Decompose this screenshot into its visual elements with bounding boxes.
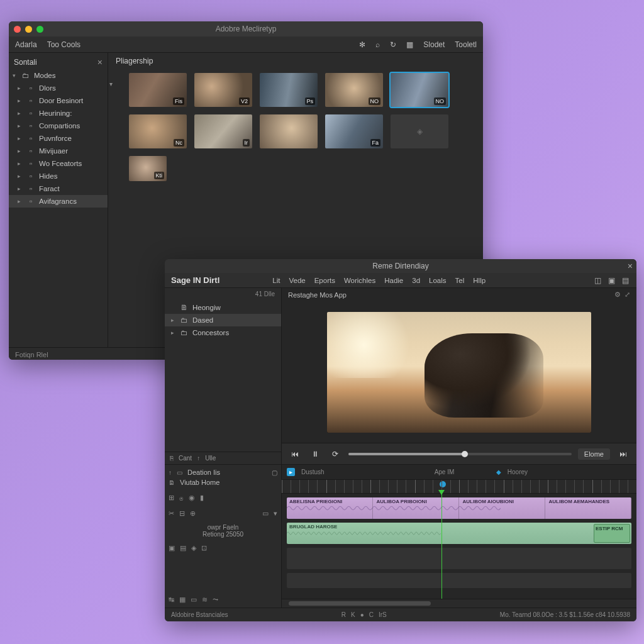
disclosure-triangle-icon[interactable]: ▾ — [13, 72, 18, 79]
close-sidebar-icon[interactable]: × — [97, 57, 103, 67]
sidebar-item-8[interactable]: ▸▫Faract — [9, 182, 108, 195]
video-track-1[interactable]: ABELISNA PRIEGIONI AULIBOA PRIBOIONI AUL… — [287, 497, 631, 519]
titlebar[interactable]: Reme Dirtendiay × — [165, 259, 636, 273]
menu-3d[interactable]: 3d — [412, 277, 420, 284]
playhead-marker-icon[interactable] — [440, 481, 446, 487]
media-thumbnail-4[interactable]: NO — [391, 73, 448, 107]
maximize-window-button[interactable] — [36, 26, 43, 33]
media-thumbnail-6[interactable]: Ir — [194, 114, 252, 148]
settings-icon[interactable]: ⚙ — [614, 291, 621, 299]
menu-lit[interactable]: Lit — [272, 277, 280, 284]
timeline-scrollbar[interactable] — [282, 599, 636, 608]
sidebar-item-3[interactable]: ▸▫Compartions — [9, 119, 108, 132]
sidebar-item-6[interactable]: ▸▫Wo Fceatorts — [9, 157, 108, 170]
btm-icon-1[interactable]: ↹ — [169, 596, 174, 604]
tool-icon-3[interactable]: ◈ — [191, 544, 196, 552]
menu-tel[interactable]: Tel — [455, 277, 465, 284]
tree-root[interactable]: ▾ 🗀 Modes — [9, 69, 108, 82]
toggle-icon[interactable]: ⊞ — [169, 494, 174, 502]
play-pause-button[interactable]: ⏸ — [308, 447, 322, 461]
arrow-up-icon[interactable]: ↑ — [169, 469, 172, 476]
bl-label-2[interactable]: Viutab Home — [180, 479, 219, 486]
tool-icon-1[interactable]: ▣ — [169, 544, 175, 552]
scrub-bar[interactable] — [348, 453, 572, 455]
media-thumbnail-0[interactable]: Fis — [129, 73, 187, 107]
close-window-button[interactable] — [14, 26, 21, 33]
fx-icon[interactable]: ✂ — [169, 509, 174, 518]
status-button-2[interactable]: ● — [360, 611, 364, 618]
time-ruler[interactable] — [282, 480, 636, 494]
tl-marker-2-icon[interactable]: ◆ — [496, 469, 501, 475]
disclosure-triangle-icon[interactable]: ▸ — [18, 135, 23, 142]
left-bottom-a[interactable]: Cant — [179, 455, 192, 462]
media-thumbnail-3[interactable]: NO — [325, 73, 383, 107]
tl-marker-icon[interactable]: ▸ — [287, 468, 295, 476]
empty-track-1[interactable] — [287, 548, 631, 569]
menu-worichles[interactable]: Worichles — [344, 277, 375, 284]
project-item-1[interactable]: ▸🗀Dased — [165, 314, 281, 326]
disclosure-triangle-icon[interactable]: ▸ — [18, 97, 23, 104]
media-thumbnail-8[interactable]: Fa — [325, 114, 383, 148]
menu-eports[interactable]: Eports — [314, 277, 335, 284]
audio-track-1[interactable]: BRUGLAD HAROSE ESTIP RCM — [287, 523, 631, 544]
export-button[interactable]: Elome — [578, 448, 610, 460]
refresh-icon[interactable]: ↻ — [390, 40, 396, 49]
btm-icon-4[interactable]: ≋ — [202, 596, 208, 604]
tool-icon-2[interactable]: ▤ — [180, 544, 186, 552]
zoom-icon[interactable]: ⊕ — [190, 509, 196, 518]
tl-label-3[interactable]: Hoorey — [508, 469, 528, 475]
disclosure-triangle-icon[interactable]: ▸ — [18, 160, 23, 167]
search-icon[interactable]: ⌕ — [375, 40, 380, 49]
toolbar-tab-2[interactable]: Too Cools — [47, 40, 80, 49]
disclosure-triangle-icon[interactable]: ▸ — [18, 85, 23, 91]
snap-icon[interactable]: ⊟ — [179, 509, 185, 518]
disclosure-triangle-icon[interactable]: ▸ — [18, 198, 23, 204]
collapse-thumbs-icon[interactable]: ▾ — [108, 69, 114, 185]
skip-forward-button[interactable]: ⏭ — [616, 447, 630, 461]
track-toggle-icon[interactable]: ▭ — [262, 509, 269, 518]
disclosure-triangle-icon[interactable]: ▸ — [171, 330, 176, 336]
up-arrow-icon[interactable]: ↑ — [197, 455, 200, 462]
layout-icon[interactable]: ▣ — [606, 275, 616, 286]
titlebar[interactable]: Adobre Mecliretyp — [9, 21, 483, 36]
minimize-window-button[interactable] — [25, 26, 32, 33]
home-icon[interactable]: 🗎 — [169, 479, 175, 486]
gear-icon[interactable]: ✻ — [359, 40, 365, 49]
media-thumbnail-1[interactable]: V2 — [194, 73, 252, 107]
audio-clip-segment[interactable]: ESTIP RCM — [594, 524, 630, 543]
tl-label-2[interactable]: Ape IM — [435, 469, 455, 475]
status-button-4[interactable]: IrS — [379, 611, 387, 618]
status-button-0[interactable]: R — [341, 611, 346, 618]
disclosure-triangle-icon[interactable]: ▸ — [18, 148, 23, 154]
menu-vede[interactable]: Vede — [289, 277, 305, 284]
skip-back-button[interactable]: ⏮ — [288, 447, 302, 461]
scrollbar-thumb[interactable] — [289, 601, 431, 606]
grid-icon[interactable]: ▦ — [406, 40, 413, 49]
settings-icon[interactable]: ▤ — [620, 275, 630, 286]
panel-menu-icon[interactable]: ▢ — [272, 469, 277, 476]
scrub-knob[interactable] — [462, 451, 468, 457]
btm-icon-5[interactable]: ⤳ — [213, 596, 218, 604]
track-settings-icon[interactable]: ▾ — [274, 509, 277, 518]
left-bottom-b[interactable]: Ulle — [205, 455, 216, 462]
disclosure-triangle-icon[interactable]: ▸ — [18, 173, 23, 179]
project-item-0[interactable]: 🗎Heongiw — [165, 301, 281, 314]
tl-label-1[interactable]: Dustush — [301, 469, 325, 475]
media-thumbnail-9[interactable]: ◈ — [391, 114, 448, 148]
loop-button[interactable]: ⟳ — [328, 447, 342, 461]
sidebar-item-1[interactable]: ▸▫Door Besinort — [9, 94, 108, 107]
workspace-icon[interactable]: ◫ — [592, 275, 602, 286]
sidebar-item-7[interactable]: ▸▫Hides — [9, 170, 108, 182]
media-thumbnail-2[interactable]: Ps — [260, 73, 318, 107]
sidebar-item-2[interactable]: ▸▫Heurining: — [9, 107, 108, 119]
status-button-1[interactable]: K — [351, 611, 355, 618]
media-thumbnail-10[interactable]: Kti — [129, 156, 167, 181]
toolbar-tab-1[interactable]: Adarla — [15, 40, 37, 49]
sidebar-item-4[interactable]: ▸▫Puvnforce — [9, 132, 108, 145]
empty-track-2[interactable] — [287, 573, 631, 588]
btm-icon-3[interactable]: ▭ — [191, 596, 197, 604]
menu-loals[interactable]: Loals — [429, 277, 447, 284]
status-button-3[interactable]: C — [369, 611, 374, 618]
video-preview[interactable] — [327, 312, 591, 433]
eye-icon[interactable]: ◉ — [189, 494, 195, 502]
